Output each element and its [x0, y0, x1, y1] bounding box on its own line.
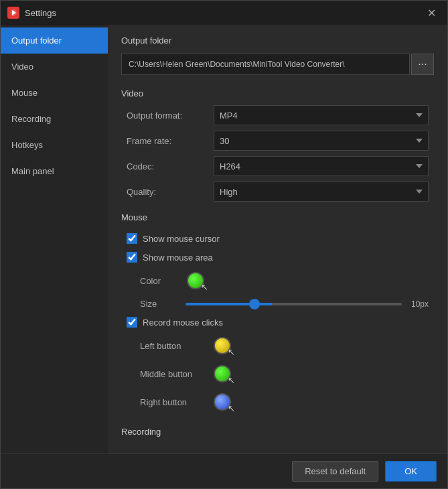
output-folder-heading: Output folder [121, 36, 434, 46]
middle-button-label: Middle button [140, 369, 207, 379]
right-button-row: Right button ↖ [121, 388, 434, 416]
mouse-section: Mouse Show mouse cursor Show mouse area … [121, 212, 434, 416]
record-mouse-clicks-label: Record mouse clicks [143, 318, 223, 328]
record-mouse-clicks-checkbox[interactable] [127, 317, 137, 328]
codec-row: Codec: H264 H265 [121, 156, 434, 176]
show-mouse-cursor-checkbox[interactable] [127, 233, 137, 244]
frame-rate-label: Frame rate: [127, 136, 214, 146]
frame-rate-select[interactable]: 30 60 24 [214, 131, 429, 151]
left-button-row: Left button ↖ [121, 332, 434, 360]
show-mouse-area-checkbox[interactable] [127, 252, 137, 263]
folder-row: ··· [121, 54, 434, 75]
cursor-icon: ↖ [201, 282, 208, 292]
middle-button-row: Middle button ↖ [121, 360, 434, 388]
left-button-label: Left button [140, 341, 207, 351]
right-button-color-picker[interactable]: ↖ [212, 392, 232, 412]
ok-button[interactable]: OK [385, 461, 437, 482]
codec-select[interactable]: H264 H265 [214, 156, 429, 176]
output-format-label: Output format: [127, 111, 214, 121]
quality-label: Quality: [127, 187, 214, 197]
left-button-cursor-icon: ↖ [228, 347, 235, 357]
quality-select[interactable]: High Medium Low [214, 182, 429, 202]
color-picker[interactable]: ↖ [185, 271, 206, 291]
size-slider-container: 10px [185, 299, 429, 309]
size-label: Size [140, 299, 180, 309]
right-button-label: Right button [140, 397, 207, 407]
sidebar-item-mouse[interactable]: Mouse [1, 80, 108, 106]
color-label: Color [140, 276, 180, 286]
codec-label: Codec: [127, 161, 214, 171]
browse-button[interactable]: ··· [411, 54, 434, 75]
close-button[interactable]: ✕ [422, 3, 441, 22]
folder-path-input[interactable] [121, 54, 410, 75]
mouse-section-heading: Mouse [121, 212, 434, 222]
sidebar-item-output-folder[interactable]: Output folder [1, 27, 108, 54]
output-format-select[interactable]: MP4 MKV AVI [214, 105, 429, 125]
right-button-cursor-icon: ↖ [228, 403, 235, 413]
sidebar-item-recording[interactable]: Recording [1, 106, 108, 132]
main-content: Output folder Video Mouse Recording Hotk… [1, 25, 447, 453]
output-format-row: Output format: MP4 MKV AVI [121, 105, 434, 125]
sidebar-item-video[interactable]: Video [1, 54, 108, 80]
left-button-color-picker[interactable]: ↖ [212, 336, 232, 356]
footer: Reset to default OK [1, 453, 447, 488]
record-mouse-clicks-row: Record mouse clicks [121, 313, 434, 332]
sidebar-item-main-panel[interactable]: Main panel [1, 158, 108, 184]
size-row: Size 10px [121, 295, 434, 313]
sidebar: Output folder Video Mouse Recording Hotk… [1, 25, 108, 453]
recording-section-heading: Recording [121, 427, 434, 437]
window-title: Settings [25, 8, 422, 18]
main-panel: Output folder ··· Video Output format: M… [108, 25, 447, 453]
app-icon [7, 7, 19, 19]
show-mouse-cursor-label: Show mouse cursor [143, 234, 220, 244]
reset-button[interactable]: Reset to default [292, 461, 378, 482]
color-row: Color ↖ [121, 267, 434, 295]
show-mouse-cursor-row: Show mouse cursor [121, 229, 434, 248]
titlebar: Settings ✕ [1, 1, 447, 25]
settings-window: Settings ✕ Output folder Video Mouse Rec… [0, 0, 448, 489]
recording-section: Recording [121, 427, 434, 437]
middle-button-cursor-icon: ↖ [228, 375, 235, 385]
size-value: 10px [407, 299, 429, 309]
quality-row: Quality: High Medium Low [121, 182, 434, 202]
show-mouse-area-label: Show mouse area [143, 253, 213, 263]
frame-rate-row: Frame rate: 30 60 24 [121, 131, 434, 151]
show-mouse-area-row: Show mouse area [121, 248, 434, 267]
middle-button-color-picker[interactable]: ↖ [212, 364, 232, 384]
sidebar-item-hotkeys[interactable]: Hotkeys [1, 132, 108, 158]
size-slider[interactable] [185, 303, 402, 305]
video-section-heading: Video [121, 88, 434, 98]
